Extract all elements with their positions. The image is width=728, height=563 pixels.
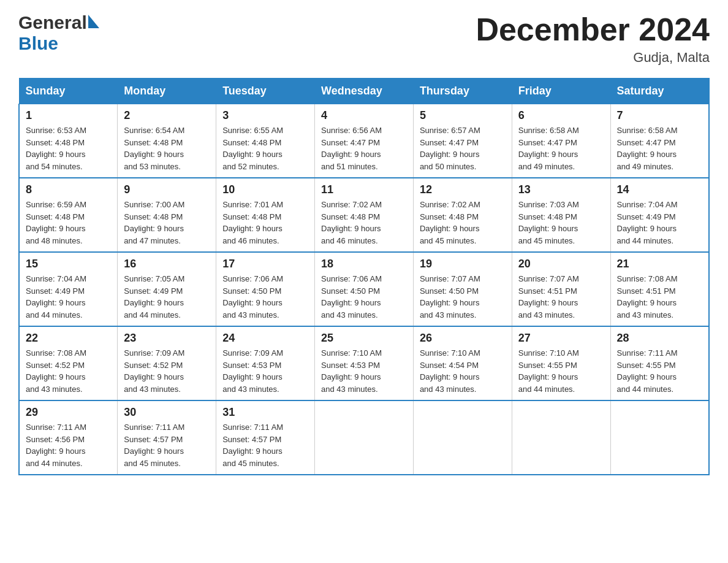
table-row: 18 Sunrise: 7:06 AMSunset: 4:50 PMDaylig… bbox=[315, 252, 414, 326]
table-row: 2 Sunrise: 6:54 AMSunset: 4:48 PMDayligh… bbox=[118, 104, 216, 178]
page-header: General Blue December 2024 Gudja, Malta bbox=[18, 12, 710, 66]
day-number: 26 bbox=[420, 332, 506, 345]
day-number: 4 bbox=[321, 109, 407, 122]
table-row: 7 Sunrise: 6:58 AMSunset: 4:47 PMDayligh… bbox=[610, 104, 709, 178]
calendar-week-row: 1 Sunrise: 6:53 AMSunset: 4:48 PMDayligh… bbox=[19, 104, 709, 178]
location: Gudja, Malta bbox=[476, 50, 710, 66]
day-number: 7 bbox=[617, 109, 702, 122]
logo-general: General bbox=[18, 12, 87, 33]
table-row bbox=[413, 400, 512, 475]
day-info: Sunrise: 7:04 AMSunset: 4:49 PMDaylight:… bbox=[26, 274, 86, 320]
logo-blue: Blue bbox=[18, 33, 58, 53]
table-row bbox=[315, 400, 414, 475]
day-number: 27 bbox=[518, 332, 604, 345]
table-row: 10 Sunrise: 7:01 AMSunset: 4:48 PMDaylig… bbox=[216, 178, 315, 252]
day-info: Sunrise: 7:00 AMSunset: 4:48 PMDaylight:… bbox=[124, 200, 184, 245]
table-row: 16 Sunrise: 7:05 AMSunset: 4:49 PMDaylig… bbox=[118, 252, 216, 326]
day-number: 18 bbox=[321, 258, 407, 270]
table-row: 30 Sunrise: 7:11 AMSunset: 4:57 PMDaylig… bbox=[118, 400, 216, 475]
table-row: 1 Sunrise: 6:53 AMSunset: 4:48 PMDayligh… bbox=[19, 104, 118, 178]
table-row: 13 Sunrise: 7:03 AMSunset: 4:48 PMDaylig… bbox=[512, 178, 610, 252]
day-number: 21 bbox=[617, 258, 702, 270]
day-number: 9 bbox=[124, 183, 210, 196]
day-number: 30 bbox=[124, 406, 210, 419]
day-number: 3 bbox=[222, 109, 308, 122]
calendar-header-row: Sunday Monday Tuesday Wednesday Thursday… bbox=[19, 79, 709, 104]
day-info: Sunrise: 7:07 AMSunset: 4:50 PMDaylight:… bbox=[420, 274, 480, 320]
logo: General Blue bbox=[18, 12, 99, 54]
day-number: 25 bbox=[321, 332, 407, 345]
table-row bbox=[512, 400, 610, 475]
day-info: Sunrise: 6:58 AMSunset: 4:47 PMDaylight:… bbox=[518, 126, 579, 171]
day-info: Sunrise: 7:10 AMSunset: 4:55 PMDaylight:… bbox=[518, 348, 579, 394]
table-row: 24 Sunrise: 7:09 AMSunset: 4:53 PMDaylig… bbox=[216, 326, 315, 400]
day-info: Sunrise: 7:09 AMSunset: 4:53 PMDaylight:… bbox=[222, 348, 283, 394]
day-info: Sunrise: 7:06 AMSunset: 4:50 PMDaylight:… bbox=[222, 274, 283, 320]
table-row: 26 Sunrise: 7:10 AMSunset: 4:54 PMDaylig… bbox=[413, 326, 512, 400]
day-info: Sunrise: 6:55 AMSunset: 4:48 PMDaylight:… bbox=[222, 126, 283, 171]
table-row: 28 Sunrise: 7:11 AMSunset: 4:55 PMDaylig… bbox=[610, 326, 709, 400]
day-info: Sunrise: 7:07 AMSunset: 4:51 PMDaylight:… bbox=[518, 274, 579, 320]
day-info: Sunrise: 7:05 AMSunset: 4:49 PMDaylight:… bbox=[124, 274, 184, 320]
day-info: Sunrise: 7:11 AMSunset: 4:55 PMDaylight:… bbox=[617, 348, 678, 394]
day-number: 31 bbox=[222, 406, 308, 419]
table-row: 8 Sunrise: 6:59 AMSunset: 4:48 PMDayligh… bbox=[19, 178, 118, 252]
day-info: Sunrise: 7:08 AMSunset: 4:52 PMDaylight:… bbox=[26, 348, 86, 394]
table-row: 17 Sunrise: 7:06 AMSunset: 4:50 PMDaylig… bbox=[216, 252, 315, 326]
day-info: Sunrise: 6:58 AMSunset: 4:47 PMDaylight:… bbox=[617, 126, 678, 171]
day-number: 22 bbox=[26, 332, 111, 345]
day-info: Sunrise: 7:11 AMSunset: 4:56 PMDaylight:… bbox=[26, 423, 86, 468]
col-sunday: Sunday bbox=[19, 79, 118, 104]
table-row: 14 Sunrise: 7:04 AMSunset: 4:49 PMDaylig… bbox=[610, 178, 709, 252]
table-row: 9 Sunrise: 7:00 AMSunset: 4:48 PMDayligh… bbox=[118, 178, 216, 252]
day-info: Sunrise: 7:01 AMSunset: 4:48 PMDaylight:… bbox=[222, 200, 283, 245]
col-monday: Monday bbox=[118, 79, 216, 104]
col-saturday: Saturday bbox=[610, 79, 709, 104]
day-number: 11 bbox=[321, 183, 407, 196]
table-row: 21 Sunrise: 7:08 AMSunset: 4:51 PMDaylig… bbox=[610, 252, 709, 326]
day-info: Sunrise: 6:57 AMSunset: 4:47 PMDaylight:… bbox=[420, 126, 480, 171]
table-row: 27 Sunrise: 7:10 AMSunset: 4:55 PMDaylig… bbox=[512, 326, 610, 400]
day-number: 17 bbox=[222, 258, 308, 270]
table-row: 25 Sunrise: 7:10 AMSunset: 4:53 PMDaylig… bbox=[315, 326, 414, 400]
col-thursday: Thursday bbox=[413, 79, 512, 104]
day-number: 12 bbox=[420, 183, 506, 196]
day-number: 15 bbox=[26, 258, 111, 270]
col-friday: Friday bbox=[512, 79, 610, 104]
table-row: 12 Sunrise: 7:02 AMSunset: 4:48 PMDaylig… bbox=[413, 178, 512, 252]
day-info: Sunrise: 7:10 AMSunset: 4:53 PMDaylight:… bbox=[321, 348, 382, 394]
title-block: December 2024 Gudja, Malta bbox=[476, 12, 710, 66]
day-number: 29 bbox=[26, 406, 111, 419]
col-tuesday: Tuesday bbox=[216, 79, 315, 104]
table-row: 3 Sunrise: 6:55 AMSunset: 4:48 PMDayligh… bbox=[216, 104, 315, 178]
svg-marker-0 bbox=[88, 15, 99, 28]
day-info: Sunrise: 6:54 AMSunset: 4:48 PMDaylight:… bbox=[124, 126, 184, 171]
day-number: 6 bbox=[518, 109, 604, 122]
day-number: 8 bbox=[26, 183, 111, 196]
day-info: Sunrise: 7:08 AMSunset: 4:51 PMDaylight:… bbox=[617, 274, 678, 320]
day-number: 13 bbox=[518, 183, 604, 196]
day-info: Sunrise: 6:56 AMSunset: 4:47 PMDaylight:… bbox=[321, 126, 382, 171]
table-row: 23 Sunrise: 7:09 AMSunset: 4:52 PMDaylig… bbox=[118, 326, 216, 400]
day-number: 23 bbox=[124, 332, 210, 345]
table-row bbox=[610, 400, 709, 475]
day-number: 24 bbox=[222, 332, 308, 345]
day-number: 5 bbox=[420, 109, 506, 122]
col-wednesday: Wednesday bbox=[315, 79, 414, 104]
calendar-week-row: 8 Sunrise: 6:59 AMSunset: 4:48 PMDayligh… bbox=[19, 178, 709, 252]
calendar-week-row: 22 Sunrise: 7:08 AMSunset: 4:52 PMDaylig… bbox=[19, 326, 709, 400]
month-title: December 2024 bbox=[476, 12, 710, 47]
day-info: Sunrise: 7:04 AMSunset: 4:49 PMDaylight:… bbox=[617, 200, 678, 245]
calendar-table: Sunday Monday Tuesday Wednesday Thursday… bbox=[18, 78, 710, 475]
table-row: 6 Sunrise: 6:58 AMSunset: 4:47 PMDayligh… bbox=[512, 104, 610, 178]
calendar-week-row: 29 Sunrise: 7:11 AMSunset: 4:56 PMDaylig… bbox=[19, 400, 709, 475]
day-number: 2 bbox=[124, 109, 210, 122]
day-number: 19 bbox=[420, 258, 506, 270]
day-info: Sunrise: 7:11 AMSunset: 4:57 PMDaylight:… bbox=[222, 423, 283, 468]
day-number: 14 bbox=[617, 183, 702, 196]
day-number: 20 bbox=[518, 258, 604, 270]
day-info: Sunrise: 7:06 AMSunset: 4:50 PMDaylight:… bbox=[321, 274, 382, 320]
day-info: Sunrise: 7:02 AMSunset: 4:48 PMDaylight:… bbox=[321, 200, 382, 245]
logo-arrow-icon bbox=[88, 15, 99, 31]
day-info: Sunrise: 7:10 AMSunset: 4:54 PMDaylight:… bbox=[420, 348, 480, 394]
